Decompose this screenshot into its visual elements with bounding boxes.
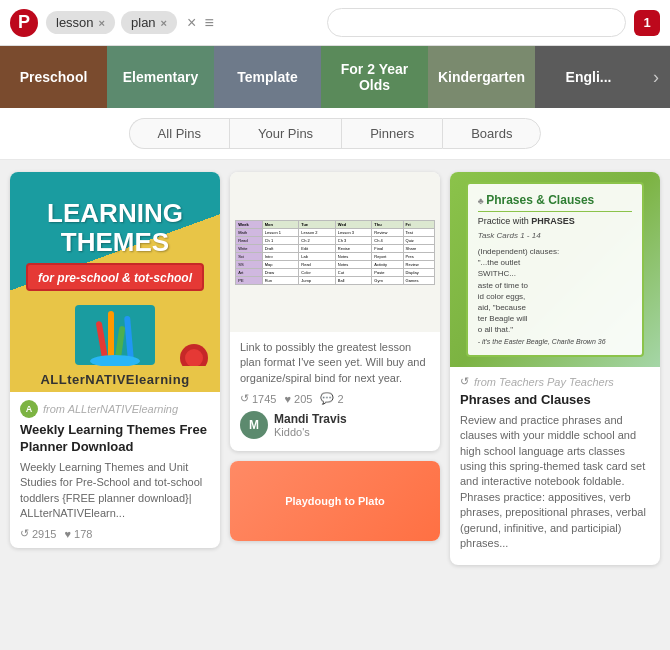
tag-lesson-close[interactable]: × bbox=[99, 17, 105, 29]
learning-themes-title: LEARNING THEMES bbox=[26, 199, 204, 256]
pins-grid: LEARNING THEMES for pre-school & tot-sch… bbox=[0, 160, 670, 577]
pins-col-1: LEARNING THEMES for pre-school & tot-sch… bbox=[10, 172, 220, 548]
like-count: ♥ 205 bbox=[284, 393, 312, 405]
pin-learning-themes-meta: A from ALLterNATIVElearning Weekly Learn… bbox=[10, 392, 220, 548]
tab-pinners[interactable]: Pinners bbox=[341, 118, 442, 149]
notification-button[interactable]: 1 bbox=[634, 10, 660, 36]
tab-yourpins[interactable]: Your Pins bbox=[229, 118, 341, 149]
pin-lesson-plan-desc: Link to possibly the greatest lesson pla… bbox=[240, 340, 430, 386]
pin-learning-themes-source: A from ALLterNATIVElearning bbox=[20, 400, 210, 418]
pin-phrases-title: Phrases and Clauses bbox=[460, 392, 650, 409]
search-menu-button[interactable]: ≡ bbox=[204, 14, 213, 32]
pin-learning-themes[interactable]: LEARNING THEMES for pre-school & tot-sch… bbox=[10, 172, 220, 548]
repin-count: ↺ 2915 bbox=[20, 527, 56, 540]
cat-for2year[interactable]: For 2 Year Olds bbox=[321, 46, 428, 108]
pinterest-logo[interactable]: P bbox=[10, 9, 38, 37]
filter-tabs: All Pins Your Pins Pinners Boards bbox=[0, 108, 670, 160]
repin-icon: ↺ bbox=[460, 375, 469, 388]
pin-phrases[interactable]: ♣ Phrases & Clauses Practice with PHRASE… bbox=[450, 172, 660, 565]
pin-phrases-source: ↺ from Teachers Pay Teachers bbox=[460, 375, 650, 388]
category-chevron-right[interactable]: › bbox=[642, 46, 670, 108]
repin-count: ↺ 1745 bbox=[240, 392, 276, 405]
pin-planner-image: WeekMonTueWedThuFri MathLesson 1Lesson 2… bbox=[230, 172, 440, 332]
learning-themes-brand-bar: ALLterNATIVElearning bbox=[10, 366, 220, 392]
search-tags-area: lesson × plan × × ≡ bbox=[46, 11, 319, 34]
comment-count: 💬 2 bbox=[320, 392, 343, 405]
pin-playdough-image: Playdough to Plato bbox=[230, 461, 440, 541]
pins-col-2: WeekMonTueWedThuFri MathLesson 1Lesson 2… bbox=[230, 172, 440, 541]
pinner-name: Mandi Travis bbox=[274, 412, 347, 426]
tag-plan-close[interactable]: × bbox=[161, 17, 167, 29]
learning-themes-subtitle-box: for pre-school & tot-school bbox=[26, 263, 204, 291]
cat-template[interactable]: Template bbox=[214, 46, 321, 108]
pinner-info: M Mandi Travis Kiddo's bbox=[240, 411, 430, 439]
playdough-text: Playdough to Plato bbox=[279, 489, 391, 513]
pin-phrases-meta: ↺ from Teachers Pay Teachers Phrases and… bbox=[450, 367, 660, 565]
pin-learning-themes-title: Weekly Learning Themes Free Planner Down… bbox=[20, 422, 210, 456]
tag-lesson[interactable]: lesson × bbox=[46, 11, 115, 34]
pin-learning-themes-stats: ↺ 2915 ♥ 178 bbox=[20, 527, 210, 540]
pinner-avatar: M bbox=[240, 411, 268, 439]
source-avatar: A bbox=[20, 400, 38, 418]
cat-kindergarten[interactable]: Kindergarten bbox=[428, 46, 535, 108]
cat-english[interactable]: Engli... bbox=[535, 46, 642, 108]
pin-phrases-image: ♣ Phrases & Clauses Practice with PHRASE… bbox=[450, 172, 660, 367]
pin-phrases-desc: Review and practice phrases and clauses … bbox=[460, 413, 650, 552]
pin-lesson-plan-stats: ↺ 1745 ♥ 205 💬 2 bbox=[240, 392, 430, 405]
pin-lesson-plan-meta: Link to possibly the greatest lesson pla… bbox=[230, 332, 440, 451]
tab-allpins[interactable]: All Pins bbox=[129, 118, 229, 149]
header: P lesson × plan × × ≡ 1 bbox=[0, 0, 670, 46]
search-clear-button[interactable]: × bbox=[187, 14, 196, 32]
pin-playdough[interactable]: Playdough to Plato bbox=[230, 461, 440, 541]
pin-learning-themes-desc: Weekly Learning Themes and Unit Studies … bbox=[20, 460, 210, 522]
pinner-board: Kiddo's bbox=[274, 426, 347, 438]
cat-preschool[interactable]: Preschool bbox=[0, 46, 107, 108]
tag-plan[interactable]: plan × bbox=[121, 11, 177, 34]
cat-elementary[interactable]: Elementary bbox=[107, 46, 214, 108]
pin-learning-themes-image: LEARNING THEMES for pre-school & tot-sch… bbox=[10, 172, 220, 392]
learning-themes-subtitle: for pre-school & tot-school bbox=[38, 271, 192, 285]
category-bar: Preschool Elementary Template For 2 Year… bbox=[0, 46, 670, 108]
search-input[interactable] bbox=[327, 8, 626, 37]
tab-boards[interactable]: Boards bbox=[442, 118, 541, 149]
pin-lesson-plan[interactable]: WeekMonTueWedThuFri MathLesson 1Lesson 2… bbox=[230, 172, 440, 451]
planner-table: WeekMonTueWedThuFri MathLesson 1Lesson 2… bbox=[235, 220, 435, 285]
pinner-details: Mandi Travis Kiddo's bbox=[274, 412, 347, 438]
pins-col-3: ♣ Phrases & Clauses Practice with PHRASE… bbox=[450, 172, 660, 565]
like-count: ♥ 178 bbox=[64, 528, 92, 540]
